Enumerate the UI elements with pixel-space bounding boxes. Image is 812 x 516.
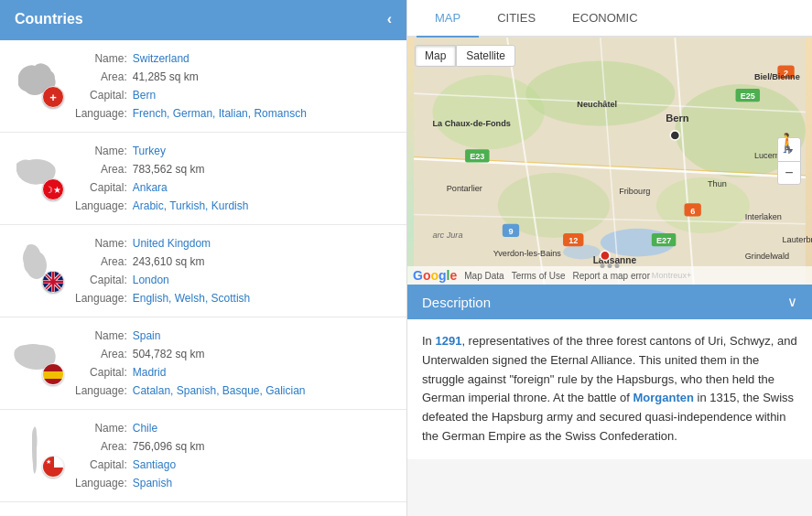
- map-visual: E23 E25 6 9 12 E27 2 La Cha: [407, 38, 812, 285]
- svg-text:Interlaken: Interlaken: [745, 212, 782, 221]
- capital-label: Capital:: [73, 456, 131, 474]
- list-item[interactable]: Name:United Kingdom Area:243,610 sq km C…: [0, 225, 406, 317]
- name-label: Name:: [73, 142, 131, 160]
- terms-of-use-link[interactable]: Terms of Use: [512, 271, 566, 281]
- country-info-china: Name:China: [73, 511, 397, 516]
- svg-text:La Chaux-de-Fonds: La Chaux-de-Fonds: [432, 119, 510, 128]
- chile-flag-badge: ★: [42, 456, 64, 478]
- country-capital: Madrid: [131, 363, 308, 382]
- svg-text:6: 6: [690, 207, 695, 216]
- country-language: Spanish: [131, 474, 207, 492]
- country-capital: Santiago: [131, 456, 207, 474]
- svg-point-41: [670, 131, 679, 140]
- country-name: China: [111, 511, 143, 516]
- name-label: Name:: [73, 49, 131, 68]
- country-language: Catalan, Spanish, Basque, Galician: [131, 382, 308, 400]
- country-info-chile: Name:Chile Area:756,096 sq km Capital:Sa…: [73, 419, 397, 492]
- svg-text:Bern: Bern: [666, 113, 689, 124]
- lang-label: Language:: [73, 474, 131, 492]
- country-area: 783,562 sq km: [131, 160, 251, 178]
- country-name: Turkey: [131, 142, 251, 160]
- zoom-out-button[interactable]: −: [777, 161, 801, 185]
- name-label: Name:: [73, 234, 131, 253]
- svg-text:E25: E25: [741, 91, 755, 101]
- country-info-switzerland: Name:Switzerland Area:41,285 sq km Capit…: [73, 49, 397, 123]
- svg-text:Grindelwald: Grindelwald: [745, 252, 789, 261]
- country-language: English, Welsh, Scottish: [131, 289, 253, 307]
- name-label: Name:: [73, 511, 111, 516]
- list-item[interactable]: ★ Name:China: [0, 502, 406, 516]
- description-header: Description ∨: [407, 285, 812, 319]
- spain-flag-badge: [42, 363, 64, 385]
- country-flag-spain: [9, 330, 64, 385]
- right-panel: MAP CITIES ECONOMIC: [407, 0, 812, 516]
- map-view-button[interactable]: Map: [415, 45, 456, 67]
- svg-text:arc Jura: arc Jura: [432, 231, 462, 240]
- report-map-error-link[interactable]: Report a map error: [573, 271, 650, 281]
- lang-label: Language:: [73, 197, 131, 215]
- collapse-button[interactable]: ‹: [387, 11, 392, 27]
- svg-text:12: 12: [568, 236, 578, 245]
- map-dots: [601, 263, 620, 268]
- list-item[interactable]: ★ Name:Chile Area:756,096 sq km Capital:…: [0, 410, 406, 502]
- svg-point-50: [601, 251, 610, 260]
- country-capital: London: [131, 271, 253, 289]
- lang-label: Language:: [73, 289, 131, 307]
- country-area: 756,096 sq km: [131, 437, 207, 456]
- svg-text:Fribourg: Fribourg: [619, 187, 650, 196]
- satellite-view-button[interactable]: Satellite: [456, 45, 515, 67]
- description-panel: Description ∨ In 1291, representatives o…: [407, 285, 812, 516]
- country-name: Switzerland: [131, 49, 309, 68]
- svg-text:9: 9: [508, 227, 513, 236]
- svg-text:E27: E27: [656, 236, 671, 245]
- map-data-label: Map Data: [464, 271, 503, 281]
- turkey-flag-badge: ☽★: [42, 178, 64, 200]
- map-controls: Map Satellite: [415, 45, 515, 67]
- svg-point-11: [525, 60, 675, 125]
- capital-label: Capital:: [73, 178, 131, 197]
- dot-1: [601, 263, 605, 268]
- description-chevron[interactable]: ∨: [787, 294, 797, 310]
- svg-text:Neuchâtel: Neuchâtel: [577, 100, 617, 109]
- country-name: Spain: [131, 327, 308, 345]
- country-name: Chile: [131, 419, 207, 437]
- highlight-year: 1291: [435, 334, 461, 348]
- area-label: Area:: [73, 345, 131, 363]
- country-flag-uk: [9, 238, 64, 293]
- google-logo: Google: [413, 268, 457, 283]
- svg-point-13: [656, 177, 750, 233]
- svg-text:Lauterbrunnen: Lauterbrunnen: [782, 235, 812, 244]
- highlight-battle: Morganten: [633, 391, 694, 404]
- map-container: E23 E25 6 9 12 E27 2 La Cha: [407, 38, 812, 285]
- name-label: Name:: [73, 327, 131, 345]
- country-name: United Kingdom: [131, 234, 253, 253]
- name-label: Name:: [73, 419, 131, 437]
- svg-text:E23: E23: [470, 152, 484, 161]
- list-item[interactable]: ☽★ Name:Turkey Area:783,562 sq km Capita…: [0, 133, 406, 225]
- switzerland-flag-badge: +: [42, 86, 64, 108]
- country-flag-turkey: ☽★: [9, 145, 64, 200]
- country-language: French, German, Italian, Romansch: [131, 104, 309, 123]
- list-item[interactable]: Name:Spain Area:504,782 sq km Capital:Ma…: [0, 317, 406, 410]
- country-info-turkey: Name:Turkey Area:783,562 sq km Capital:A…: [73, 142, 397, 215]
- dot-2: [608, 263, 612, 268]
- description-title: Description: [422, 295, 491, 310]
- area-label: Area:: [73, 68, 131, 86]
- tab-economic[interactable]: ECONOMIC: [554, 0, 656, 38]
- description-body: In 1291, representatives of the three fo…: [407, 319, 812, 459]
- tab-map[interactable]: MAP: [417, 0, 479, 38]
- area-label: Area:: [73, 253, 131, 271]
- country-capital: Ankara: [131, 178, 251, 197]
- tab-cities[interactable]: CITIES: [479, 0, 554, 38]
- svg-point-10: [432, 75, 544, 150]
- left-panel: Countries ‹ + Name:Switzerland Area:41,2…: [0, 0, 407, 516]
- capital-label: Capital:: [73, 86, 131, 104]
- country-info-spain: Name:Spain Area:504,782 sq km Capital:Ma…: [73, 327, 397, 400]
- country-info-uk: Name:United Kingdom Area:243,610 sq km C…: [73, 234, 397, 307]
- capital-label: Capital:: [73, 271, 131, 289]
- country-area: 243,610 sq km: [131, 253, 253, 271]
- list-item[interactable]: + Name:Switzerland Area:41,285 sq km Cap…: [0, 38, 406, 133]
- street-view-icon[interactable]: 🚶: [776, 132, 799, 154]
- map-footer: Google Map Data Terms of Use Report a ma…: [407, 266, 812, 285]
- tab-bar: MAP CITIES ECONOMIC: [407, 0, 812, 38]
